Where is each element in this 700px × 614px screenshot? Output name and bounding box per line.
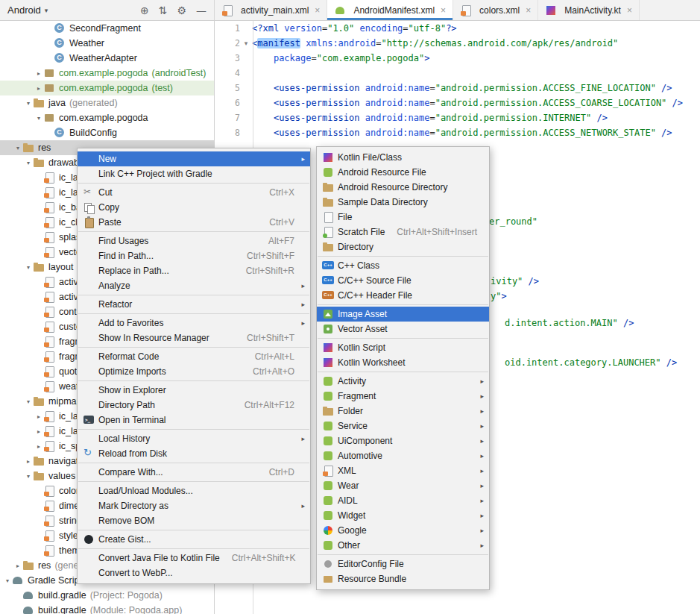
menu-item-open-in-terminal[interactable]: Open in Terminal — [78, 413, 310, 427]
menu-item-wear[interactable]: Wear▸ — [317, 478, 489, 493]
tree-item-build-gradle-project-pogoda[interactable]: build.gradle(Project: Pogoda) — [0, 588, 214, 603]
menu-item-local-history[interactable]: Local History▸ — [78, 431, 310, 446]
menu-item-cut[interactable]: CutCtrl+X — [78, 185, 310, 200]
tree-collapse-icon[interactable]: ▾ — [24, 398, 33, 405]
menu-item-directory-path[interactable]: Directory PathCtrl+Alt+F12 — [78, 398, 310, 413]
menu-item-convert-to-webp[interactable]: Convert to WebP... — [78, 566, 310, 580]
menu-item-aidl[interactable]: AIDL▸ — [317, 493, 489, 508]
menu-item-resource-bundle[interactable]: Resource Bundle — [317, 571, 489, 586]
tree-item-java-generated[interactable]: ▾java(generated) — [0, 95, 214, 110]
settings-gear-icon[interactable]: ⚙ — [177, 0, 186, 21]
tree-collapse-icon[interactable]: ▾ — [24, 264, 33, 271]
tab-colors-xml[interactable]: colors.xml× — [453, 0, 538, 20]
menu-item-copy[interactable]: Copy — [78, 200, 310, 215]
tree-item-weatheradapter[interactable]: WeatherAdapter — [0, 51, 214, 66]
project-view-selector[interactable]: Android ▾ — [7, 4, 48, 16]
tree-item-com-example-pogoda-androidtest[interactable]: ▸com.example.pogoda(androidTest) — [0, 66, 214, 81]
tab-androidmanifest-xml[interactable]: AndroidManifest.xml× — [327, 0, 453, 20]
menu-item-file[interactable]: File — [317, 210, 489, 225]
menu-item-analyze[interactable]: Analyze▸ — [78, 278, 310, 293]
tree-item-com-example-pogoda[interactable]: ▾com.example.pogoda — [0, 110, 214, 125]
tree-item-build-gradle-module-pogoda-app[interactable]: build.gradle(Module: Pogoda.app) — [0, 603, 214, 614]
menu-item-directory[interactable]: Directory — [317, 239, 489, 254]
menu-item-kotlin-worksheet[interactable]: Kotlin Worksheet — [317, 355, 489, 370]
close-icon[interactable]: × — [441, 5, 446, 16]
filter-icon[interactable]: ⇅ — [159, 0, 168, 21]
menu-item-show-in-explorer[interactable]: Show in Explorer — [78, 383, 310, 398]
menu-item-google[interactable]: Google▸ — [317, 523, 489, 538]
menu-item-c-c-header-file[interactable]: C/C++ Header File — [317, 288, 489, 303]
tree-item-com-example-pogoda-test[interactable]: ▸com.example.pogoda(test) — [0, 81, 214, 95]
menu-item-find-usages[interactable]: Find UsagesAlt+F7 — [78, 234, 310, 248]
tree-collapse-icon[interactable]: ▾ — [24, 473, 33, 480]
menu-item-add-to-favorites[interactable]: Add to Favorites▸ — [78, 316, 310, 331]
menu-item-android-resource-file[interactable]: Android Resource File — [317, 165, 489, 180]
code-segment — [354, 23, 359, 34]
menu-item-fragment[interactable]: Fragment▸ — [317, 389, 489, 404]
menu-item-optimize-imports[interactable]: Optimize ImportsCtrl+Alt+O — [78, 364, 310, 379]
menu-item-compare-with[interactable]: Compare With...Ctrl+D — [78, 465, 310, 480]
tree-item-label: BuildConfig — [69, 128, 117, 138]
menu-item-image-asset[interactable]: Image Asset — [317, 307, 489, 322]
menu-item-paste[interactable]: PasteCtrl+V — [78, 215, 310, 230]
tree-collapse-icon[interactable]: ▾ — [24, 160, 33, 166]
menu-item-convert-java-file-to-kotlin-file[interactable]: Convert Java File to Kotlin FileCtrl+Alt… — [78, 551, 310, 566]
menu-item-reformat-code[interactable]: Reformat CodeCtrl+Alt+L — [78, 349, 310, 364]
hide-panel-icon[interactable]: — — [196, 0, 206, 21]
menu-item-widget[interactable]: Widget▸ — [317, 508, 489, 523]
fold-icon[interactable]: ▾ — [240, 36, 252, 51]
tree-expand-icon[interactable]: ▸ — [24, 458, 33, 465]
menu-item-service[interactable]: Service▸ — [317, 419, 489, 433]
menu-item-create-gist[interactable]: Create Gist... — [78, 532, 310, 547]
menu-item-find-in-path[interactable]: Find in Path...Ctrl+Shift+F — [78, 248, 310, 263]
tree-collapse-icon[interactable]: ▾ — [34, 115, 43, 122]
menu-item-vector-asset[interactable]: Vector Asset — [317, 322, 489, 336]
tree-item-weather[interactable]: Weather — [0, 36, 214, 51]
menu-item-kotlin-script[interactable]: Kotlin Script — [317, 340, 489, 355]
menu-item-c-class[interactable]: C++ Class — [317, 258, 489, 273]
tab-mainactivity-kt[interactable]: MainActivity.kt× — [538, 0, 640, 20]
menu-item-reload-from-disk[interactable]: Reload from Disk — [78, 446, 310, 461]
menu-item-xml[interactable]: XML▸ — [317, 463, 489, 478]
tree-expand-icon[interactable]: ▸ — [34, 443, 43, 450]
tree-expand-icon[interactable]: ▸ — [13, 563, 22, 569]
close-icon[interactable]: × — [315, 5, 320, 16]
tree-expand-icon[interactable]: ▸ — [34, 413, 43, 420]
menu-separator — [78, 231, 309, 232]
close-icon[interactable]: × — [627, 5, 632, 16]
menu-item-replace-in-path[interactable]: Replace in Path...Ctrl+Shift+R — [78, 263, 310, 278]
code-segment — [252, 113, 274, 123]
tree-item-buildconfig[interactable]: BuildConfig — [0, 125, 214, 140]
menu-item-automotive[interactable]: Automotive▸ — [317, 448, 489, 463]
menu-item-link-c-project-with-gradle[interactable]: Link C++ Project with Gradle — [78, 166, 310, 181]
tree-collapse-icon[interactable]: ▾ — [13, 145, 22, 151]
tree-collapse-icon[interactable]: ▾ — [3, 577, 12, 584]
menu-item-editorconfig-file[interactable]: EditorConfig File — [317, 557, 489, 571]
menu-item-scratch-file[interactable]: Scratch FileCtrl+Alt+Shift+Insert — [317, 225, 489, 239]
menu-item-other[interactable]: Other▸ — [317, 538, 489, 553]
target-icon[interactable]: ⊕ — [140, 0, 149, 21]
tree-expand-icon[interactable]: ▸ — [34, 428, 43, 435]
menu-item-mark-directory-as[interactable]: Mark Directory as▸ — [78, 498, 310, 513]
close-icon[interactable]: × — [526, 5, 531, 16]
menu-item-sample-data-directory[interactable]: Sample Data Directory — [317, 195, 489, 210]
tree-expand-icon[interactable]: ▸ — [34, 70, 43, 77]
menu-item-uicomponent[interactable]: UiComponent▸ — [317, 433, 489, 448]
menu-item-load-unload-modules[interactable]: Load/Unload Modules... — [78, 483, 310, 498]
menu-item-new[interactable]: New▸ — [78, 151, 310, 166]
tree-item-secondfragment[interactable]: SecondFragment — [0, 21, 214, 36]
menu-item-label: Load/Unload Modules... — [98, 486, 193, 496]
menu-item-folder[interactable]: Folder▸ — [317, 404, 489, 419]
menu-item-refactor[interactable]: Refactor▸ — [78, 297, 310, 312]
code-segment: ivity" — [491, 276, 523, 286]
menu-item-kotlin-file-class[interactable]: Kotlin File/Class — [317, 150, 489, 165]
tree-collapse-icon[interactable]: ▾ — [24, 100, 33, 107]
tab-activity-main-xml[interactable]: activity_main.xml× — [215, 0, 327, 20]
menu-item-show-in-resource-manager[interactable]: Show In Resource ManagerCtrl+Shift+T — [78, 331, 310, 345]
menu-item-activity[interactable]: Activity▸ — [317, 374, 489, 389]
code-segment: d.intent.action.MAIN" — [505, 318, 618, 328]
tree-expand-icon[interactable]: ▸ — [34, 85, 43, 92]
menu-item-remove-bom[interactable]: Remove BOM — [78, 513, 310, 528]
menu-item-android-resource-directory[interactable]: Android Resource Directory — [317, 180, 489, 195]
menu-item-c-c-source-file[interactable]: C/C++ Source File — [317, 273, 489, 288]
